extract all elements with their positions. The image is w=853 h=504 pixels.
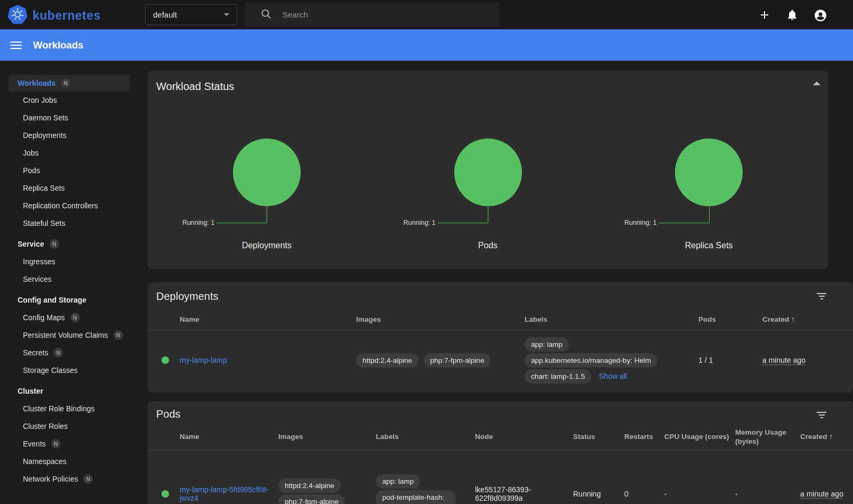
column-pods[interactable]: Pods: [698, 309, 762, 330]
column-status[interactable]: Status: [573, 424, 624, 450]
column-images[interactable]: Images: [278, 424, 376, 450]
sidebar-item-replica-sets[interactable]: Replica Sets: [9, 180, 130, 197]
deployment-images-chips: httpd:2.4-alpinephp:7-fpm-alpine: [356, 352, 517, 369]
column-cpu[interactable]: CPU Usage (cores): [664, 424, 735, 450]
workload-chart-pods: Running: 1Pods: [377, 94, 599, 259]
sidebar-item-label: Workloads: [18, 79, 55, 87]
new-badge: N: [70, 313, 80, 322]
sidebar-item-config-and-storage[interactable]: Config and Storage: [9, 291, 130, 308]
sidebar-item-jobs[interactable]: Jobs: [9, 144, 130, 161]
label-chip: httpd:2.4-alpine: [278, 478, 341, 493]
column-restarts[interactable]: Restarts: [624, 424, 664, 450]
pie-connector-line: [709, 206, 710, 223]
chart-title: Pods: [377, 241, 599, 250]
filter-icon[interactable]: [817, 293, 826, 301]
search-bar: [245, 3, 499, 27]
create-plus-button[interactable]: [758, 9, 771, 21]
workload-status-title: Workload Status: [156, 80, 819, 93]
status-ok-icon: [162, 490, 169, 498]
chip-line: httpd:2.4-alpine: [278, 478, 368, 493]
sidebar-item-cluster[interactable]: Cluster: [9, 383, 130, 400]
column-node[interactable]: Node: [475, 424, 573, 450]
column-images[interactable]: Images: [356, 309, 525, 330]
deployments-card: Deployments Name Images Labels Pods Crea…: [148, 282, 853, 393]
namespace-selector[interactable]: default: [145, 4, 237, 25]
workload-charts-row: Running: 1DeploymentsRunning: 1PodsRunni…: [156, 94, 819, 259]
sidebar-item-namespaces[interactable]: Namespaces: [9, 453, 130, 470]
table-row: my-lamp-lamp-5fd985cf68-jwvz4 httpd:2.4-…: [148, 450, 853, 504]
main-content: Workload Status Running: 1DeploymentsRun…: [139, 61, 853, 504]
account-avatar-button[interactable]: [814, 9, 826, 21]
column-name[interactable]: Name: [180, 424, 278, 450]
column-created[interactable]: Created↑: [800, 424, 853, 450]
status-ok-icon: [162, 356, 169, 364]
node-name: lke55127-86393-622f8d09399a: [475, 450, 573, 504]
sidebar-item-config-maps[interactable]: Config MapsN: [9, 309, 130, 326]
label-chip: pod-template-hash: 5fd985cf68: [376, 490, 456, 504]
column-status: [148, 309, 180, 330]
column-created[interactable]: Created↑: [762, 309, 853, 330]
sidebar-item-cron-jobs[interactable]: Cron Jobs: [9, 92, 130, 109]
new-badge: N: [51, 439, 61, 449]
label-chip: app.kubernetes.io/managed-by: Helm: [525, 353, 657, 368]
chart-title: Replica Sets: [598, 241, 819, 250]
search-input[interactable]: [283, 10, 474, 19]
sidebar-item-pods[interactable]: Pods: [9, 162, 130, 179]
sidebar-item-network-policies[interactable]: Network PoliciesN: [9, 470, 130, 487]
chip-line: pod-template-hash: 5fd985cf68: [376, 490, 468, 504]
sidebar-item-deployments[interactable]: Deployments: [9, 127, 130, 144]
deployment-name-link[interactable]: my-lamp-lamp: [180, 356, 227, 364]
pods-table: Name Images Labels Node Status Restarts …: [148, 424, 853, 504]
sidebar-item-label: Stateful Sets: [23, 219, 65, 227]
chip-line: app: lamp: [376, 474, 468, 489]
label-chip: httpd:2.4-alpine: [356, 353, 419, 368]
sidebar-item-service[interactable]: ServiceN: [9, 235, 130, 253]
namespace-value: default: [153, 10, 177, 19]
page-title: Workloads: [33, 39, 83, 51]
created-timestamp: a minute ago: [762, 356, 806, 364]
label-chip: app: lamp: [525, 337, 569, 352]
chip-line: php:7-fpm-alpine: [424, 353, 490, 368]
filter-icon[interactable]: [817, 412, 826, 420]
new-badge: N: [83, 474, 93, 484]
pod-name-link[interactable]: my-lamp-lamp-5fd985cf68-jwvz4: [180, 485, 269, 502]
sidebar-item-stateful-sets[interactable]: Stateful Sets: [9, 215, 130, 232]
pie-connector-line: [659, 223, 709, 223]
pod-memory-usage: -: [735, 450, 800, 504]
notifications-bell-button[interactable]: [786, 9, 799, 21]
sidebar-item-cluster-roles[interactable]: Cluster Roles: [9, 418, 130, 435]
sidebar-item-cluster-role-bindings[interactable]: Cluster Role Bindings: [9, 400, 130, 417]
sidebar-item-label: Daemon Sets: [23, 113, 68, 122]
menu-hamburger-button[interactable]: [10, 39, 22, 51]
pod-status: Running: [573, 450, 624, 504]
column-memory[interactable]: Memory Usage (bytes): [735, 424, 800, 450]
created-timestamp: a minute ago: [800, 490, 843, 498]
sidebar-item-label: Config and Storage: [18, 296, 86, 304]
sidebar-item-replication-controllers[interactable]: Replication Controllers: [9, 197, 130, 214]
kubernetes-logo[interactable]: kubernetes: [7, 4, 101, 27]
column-labels[interactable]: Labels: [376, 424, 475, 450]
sidebar-item-label: Service: [18, 240, 44, 248]
sidebar-item-label: Cluster Roles: [23, 422, 68, 430]
sidebar-item-secrets[interactable]: SecretsN: [9, 344, 130, 361]
collapse-card-button[interactable]: [810, 82, 823, 90]
sidebar-item-workloads[interactable]: WorkloadsN: [9, 75, 130, 92]
sidebar-item-label: Replica Sets: [23, 184, 65, 192]
column-labels[interactable]: Labels: [525, 309, 698, 330]
chip-line: php:7-fpm-alpine: [278, 494, 368, 504]
sidebar-item-label: Cron Jobs: [23, 96, 57, 104]
column-status-dot: [148, 424, 180, 450]
sidebar-item-label: Deployments: [23, 131, 67, 140]
sidebar-item-events[interactable]: EventsN: [9, 435, 130, 452]
sidebar-item-persistent-volume-claims[interactable]: Persistent Volume ClaimsN: [9, 327, 130, 344]
sidebar-item-services[interactable]: Services: [9, 271, 130, 288]
show-all-link[interactable]: Show all: [599, 372, 627, 380]
sidebar-item-label: Config Maps: [23, 313, 65, 322]
column-name[interactable]: Name: [180, 309, 356, 330]
topbar-actions: [758, 0, 853, 29]
sidebar-item-storage-classes[interactable]: Storage Classes: [9, 362, 130, 379]
pie-connector-line: [267, 206, 267, 223]
sidebar-item-daemon-sets[interactable]: Daemon Sets: [9, 109, 130, 126]
sidebar-item-ingresses[interactable]: Ingresses: [9, 253, 130, 270]
pie-connector-line: [438, 223, 488, 223]
